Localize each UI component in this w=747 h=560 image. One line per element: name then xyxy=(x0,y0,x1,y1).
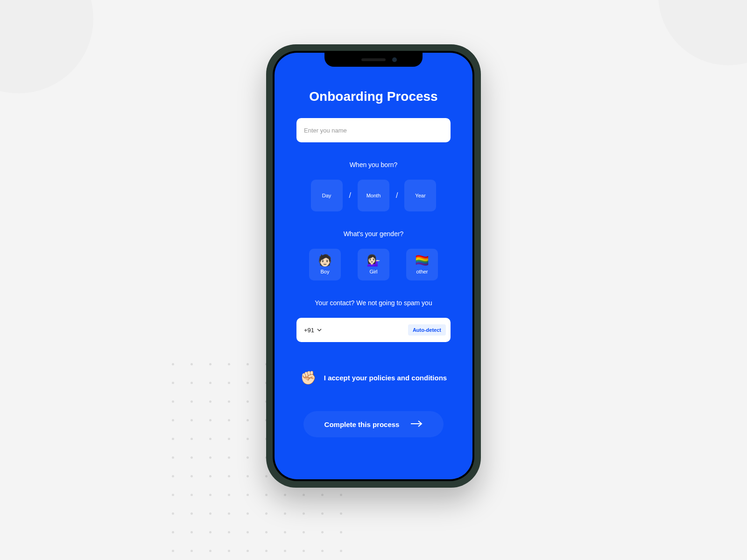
gender-label: What's your gender? xyxy=(344,230,404,238)
background-blob xyxy=(0,0,93,93)
gender-option-label: Boy xyxy=(321,269,330,274)
gender-option-boy[interactable]: 🧑🏻 Boy xyxy=(309,249,341,280)
complete-button-label: Complete this process xyxy=(324,420,400,428)
phone-bezel: Onboarding Process When you born? Day / … xyxy=(273,51,474,481)
chevron-down-icon xyxy=(317,327,322,334)
dob-year-label: Year xyxy=(415,193,425,198)
gender-option-label: other xyxy=(416,269,428,274)
dob-month-label: Month xyxy=(366,193,381,198)
gender-option-other[interactable]: 🏳️‍🌈 other xyxy=(406,249,438,280)
girl-icon: 💁🏻‍♀️ xyxy=(366,255,381,266)
name-input[interactable] xyxy=(304,127,443,134)
phone-input[interactable]: +91 Auto-detect xyxy=(296,318,451,342)
screen: Onboarding Process When you born? Day / … xyxy=(275,53,472,479)
country-code-select[interactable]: +91 xyxy=(304,327,322,334)
gender-row: 🧑🏻 Boy 💁🏻‍♀️ Girl 🏳️‍🌈 other xyxy=(309,249,438,280)
dob-row: Day / Month / Year xyxy=(311,180,437,211)
phone-frame: Onboarding Process When you born? Day / … xyxy=(266,44,481,488)
contact-label: Your contact? We not going to spam you xyxy=(315,299,432,307)
fist-icon: ✊🏻 xyxy=(300,370,317,385)
consent-toggle[interactable]: ✊🏻 I accept your policies and conditions xyxy=(300,370,447,385)
camera-icon xyxy=(392,57,397,62)
boy-icon: 🧑🏻 xyxy=(318,255,332,266)
dob-separator: / xyxy=(396,191,398,200)
dob-label: When you born? xyxy=(350,161,398,168)
consent-text: I accept your policies and conditions xyxy=(324,374,447,382)
phone-notch xyxy=(324,53,423,67)
country-code-value: +91 xyxy=(304,327,314,334)
gender-option-label: Girl xyxy=(369,269,377,274)
dob-month-tile[interactable]: Month xyxy=(358,180,389,211)
dob-day-tile[interactable]: Day xyxy=(311,180,343,211)
other-icon: 🏳️‍🌈 xyxy=(415,255,429,266)
name-input-wrapper[interactable] xyxy=(296,118,451,142)
speaker-icon xyxy=(361,58,386,61)
gender-option-girl[interactable]: 💁🏻‍♀️ Girl xyxy=(358,249,389,280)
autodetect-button[interactable]: Auto-detect xyxy=(408,324,446,336)
complete-button[interactable]: Complete this process xyxy=(303,411,444,437)
dob-day-label: Day xyxy=(322,193,331,198)
dob-year-tile[interactable]: Year xyxy=(404,180,436,211)
background-blob xyxy=(658,0,747,65)
arrow-right-icon xyxy=(410,420,423,428)
dob-separator: / xyxy=(349,191,351,200)
page-title: Onboarding Process xyxy=(309,89,437,104)
